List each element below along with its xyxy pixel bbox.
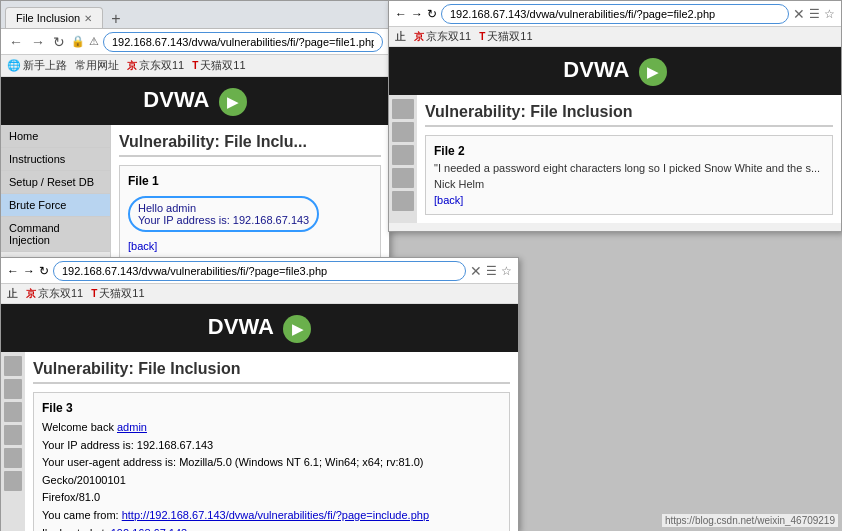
bookmark-icon-1: 🌐 [7, 59, 21, 72]
security-icon-warn-1: ⚠ [89, 35, 99, 48]
hello-box: Hello admin Your IP address is: 192.168.… [128, 196, 319, 232]
side-gray-blocks-3 [1, 352, 25, 531]
forward-btn-1[interactable]: → [29, 34, 47, 50]
close-tab-1[interactable]: ✕ [84, 13, 92, 24]
active-tab-1[interactable]: File Inclusion ✕ [5, 7, 103, 28]
tmall-icon-3: T [91, 288, 97, 299]
file3-line4: Firefox/81.0 [42, 489, 501, 507]
address-input-1[interactable] [103, 32, 383, 52]
tab-bar-1: File Inclusion ✕ + [1, 1, 389, 29]
star-icon-3[interactable]: ☆ [501, 264, 512, 278]
gray-block-2-4 [392, 168, 414, 188]
gray-block-3-6 [4, 471, 22, 491]
gray-block-3-3 [4, 402, 22, 422]
sidebar-item-setup[interactable]: Setup / Reset DB [1, 171, 110, 194]
sidebar-item-command-injection[interactable]: Command Injection [1, 217, 110, 252]
file3-line6: I'm hosted at: 192.168.67.143 [42, 525, 501, 531]
file2-quote: "I needed a password eight characters lo… [434, 162, 824, 174]
jd-icon-3: 京 [26, 287, 36, 301]
bookmarks-bar-3: 止 京 京东双11 T 天猫双11 [1, 284, 518, 304]
gray-block-3-1 [4, 356, 22, 376]
forward-btn-3[interactable]: → [23, 264, 35, 278]
content-box-1: File 1 Hello admin Your IP address is: 1… [119, 165, 381, 261]
refresh-btn-1[interactable]: ↻ [51, 34, 67, 50]
dvwa-body-2: Vulnerability: File Inclusion File 2 "I … [389, 95, 841, 223]
bookmark-jd-2[interactable]: 京 京东双11 [414, 29, 471, 44]
back-btn-1[interactable]: ← [7, 34, 25, 50]
dvwa-sidebar-1: Home Instructions Setup / Reset DB Brute… [1, 125, 111, 269]
sidebar-item-instructions[interactable]: Instructions [1, 148, 110, 171]
new-tab-btn-1[interactable]: + [107, 10, 124, 28]
file-heading-2: File 2 [434, 144, 824, 158]
menu-icon-3[interactable]: ☰ [486, 264, 497, 278]
menu-icon-2[interactable]: ☰ [809, 7, 820, 21]
bk-stop-3: 止 [7, 286, 18, 301]
file-heading-3: File 3 [42, 401, 501, 415]
dvwa-main-2: Vulnerability: File Inclusion File 2 "I … [417, 95, 841, 223]
bookmark-jd-3[interactable]: 京 京东双11 [26, 286, 83, 301]
gray-block-2-5 [392, 191, 414, 211]
dvwa-logo-icon-2: ▶ [639, 58, 667, 86]
dvwa-logo-icon-3: ▶ [283, 315, 311, 343]
close-icon-2[interactable]: ✕ [793, 6, 805, 22]
gray-block-2-1 [392, 99, 414, 119]
bookmark-new-route[interactable]: 🌐 新手上路 [7, 58, 67, 73]
tab-title-1: File Inclusion [16, 12, 80, 24]
dvwa-logo-1: DVWA ▶ [143, 87, 246, 116]
tmall-icon: T [192, 60, 198, 71]
bk-stop-2: 止 [395, 29, 406, 44]
security-icon-1: 🔒 [71, 35, 85, 48]
file3-hosted-at-val: 192.168.67.143 [111, 527, 187, 531]
refresh-btn-3[interactable]: ↻ [39, 264, 49, 278]
dvwa-body-3: Vulnerability: File Inclusion File 3 Wel… [1, 352, 518, 531]
gray-block-2-3 [392, 145, 414, 165]
dvwa-main-1: Vulnerability: File Inclu... File 1 Hell… [111, 125, 389, 269]
address-input-3[interactable] [53, 261, 466, 281]
gray-block-3-4 [4, 425, 22, 445]
dvwa-header-1: DVWA ▶ [1, 77, 389, 125]
dvwa-logo-icon-1: ▶ [219, 88, 247, 116]
file2-author: Nick Helm [434, 178, 824, 190]
file3-line2: Your IP address is: 192.168.67.143 [42, 437, 501, 455]
jd-icon-2: 京 [414, 30, 424, 44]
forward-btn-2[interactable]: → [411, 7, 423, 21]
back-link-2[interactable]: [back] [434, 194, 824, 206]
tmall-icon-2: T [479, 31, 485, 42]
file3-line5: You came from: http://192.168.67.143/dvw… [42, 507, 501, 525]
file-heading-1: File 1 [128, 174, 372, 188]
file3-content: Welcome back admin Your IP address is: 1… [42, 419, 501, 531]
sidebar-item-brute-force[interactable]: Brute Force [1, 194, 110, 217]
file3-came-from-link[interactable]: http://192.168.67.143/dvwa/vulnerabiliti… [122, 509, 429, 521]
dvwa-logo-3: DVWA ▶ [208, 314, 311, 343]
watermark: https://blog.csdn.net/weixin_46709219 [662, 514, 838, 527]
close-icon-3[interactable]: ✕ [470, 263, 482, 279]
bookmark-tmall-3[interactable]: T 天猫双11 [91, 286, 144, 301]
bookmark-tmall[interactable]: T 天猫双11 [192, 58, 245, 73]
address-bar-2: ← → ↻ ✕ ☰ ☆ [389, 1, 841, 27]
jd-icon: 京 [127, 59, 137, 73]
bookmarks-bar-1: 🌐 新手上路 常用网址 京 京东双11 T 天猫双11 [1, 55, 389, 77]
bookmark-tmall-2[interactable]: T 天猫双11 [479, 29, 532, 44]
file3-admin-link[interactable]: admin [117, 421, 147, 433]
address-bar-1: ← → ↻ 🔒 ⚠ [1, 29, 389, 55]
back-btn-2[interactable]: ← [395, 7, 407, 21]
bookmark-common[interactable]: 常用网址 [75, 58, 119, 73]
gray-block-3-2 [4, 379, 22, 399]
bookmark-jd[interactable]: 京 京东双11 [127, 58, 184, 73]
back-btn-3[interactable]: ← [7, 264, 19, 278]
content-box-3: File 3 Welcome back admin Your IP addres… [33, 392, 510, 531]
back-link-1[interactable]: [back] [128, 240, 372, 252]
dvwa-body-1: Home Instructions Setup / Reset DB Brute… [1, 125, 389, 269]
file3-line3: Your user-agent address is: Mozilla/5.0 … [42, 454, 501, 489]
dvwa-logo-2: DVWA ▶ [563, 57, 666, 86]
file3-line1: Welcome back admin [42, 419, 501, 437]
sidebar-item-home[interactable]: Home [1, 125, 110, 148]
refresh-btn-2[interactable]: ↻ [427, 7, 437, 21]
address-input-2[interactable] [441, 4, 789, 24]
vuln-title-1: Vulnerability: File Inclu... [119, 133, 381, 157]
vuln-title-3: Vulnerability: File Inclusion [33, 360, 510, 384]
dvwa-header-2: DVWA ▶ [389, 47, 841, 95]
content-box-2: File 2 "I needed a password eight charac… [425, 135, 833, 215]
hello-line2: Your IP address is: 192.168.67.143 [138, 214, 309, 226]
star-icon-2[interactable]: ☆ [824, 7, 835, 21]
